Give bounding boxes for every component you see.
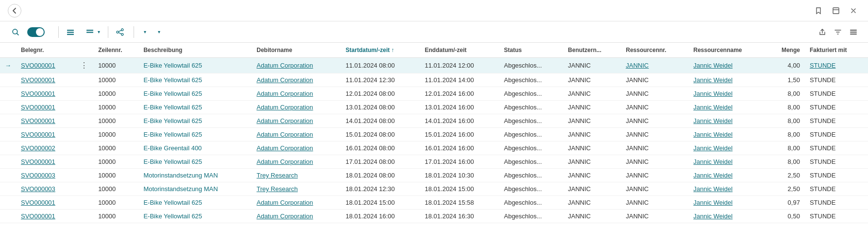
row-belegnr[interactable]: SVO000001 bbox=[16, 101, 75, 114]
row-debitorname[interactable]: Adatum Corporation bbox=[252, 114, 340, 128]
row-debitorname[interactable]: Adatum Corporation bbox=[252, 142, 340, 155]
table-row[interactable]: SVO00000310000Motorinstandsetzung MANTre… bbox=[0, 182, 868, 196]
col-debitorname[interactable]: Debitorname bbox=[252, 43, 340, 58]
row-belegnr[interactable]: SVO000001 bbox=[16, 128, 75, 142]
row-belegnr[interactable]: SVO000001 bbox=[16, 210, 75, 223]
table-row[interactable]: SVO00000310000Motorinstandsetzung MANTre… bbox=[0, 169, 868, 182]
table-row[interactable]: SVO00000210000E-Bike Greentail 400Adatum… bbox=[0, 142, 868, 155]
row-debitorname[interactable]: Adatum Corporation bbox=[252, 101, 340, 114]
row-ressourcenr[interactable]: JANNIC bbox=[621, 155, 689, 169]
col-beschreibung[interactable]: Beschreibung bbox=[138, 43, 252, 58]
row-belegnr[interactable]: SVO000001 bbox=[16, 196, 75, 210]
row-context-menu[interactable] bbox=[75, 155, 93, 169]
row-debitorname[interactable]: Adatum Corporation bbox=[252, 73, 340, 87]
share-button[interactable] bbox=[112, 26, 130, 38]
row-ressourcename[interactable]: Jannic Weidel bbox=[689, 169, 767, 182]
row-fakturiert[interactable]: STUNDE bbox=[805, 128, 868, 142]
search-button[interactable] bbox=[8, 26, 25, 38]
row-fakturiert[interactable]: STUNDE bbox=[805, 210, 868, 223]
row-fakturiert[interactable]: STUNDE bbox=[805, 114, 868, 128]
row-context-menu[interactable]: ⋮ bbox=[75, 58, 93, 73]
table-row[interactable]: SVO00000110000E-Bike Yellowtail 625Adatu… bbox=[0, 101, 868, 114]
row-fakturiert[interactable]: STUNDE bbox=[805, 58, 868, 73]
table-row[interactable]: SVO00000110000E-Bike Yellowtail 625Adatu… bbox=[0, 210, 868, 223]
actions-button[interactable]: ▾ bbox=[138, 27, 150, 36]
row-ressourcenr[interactable]: JANNIC bbox=[621, 73, 689, 87]
row-ressourcenr[interactable]: JANNIC bbox=[621, 182, 689, 196]
col-ressourcename[interactable]: Ressourcenname bbox=[689, 43, 767, 58]
row-belegnr[interactable]: SVO000003 bbox=[16, 169, 75, 182]
row-debitorname[interactable]: Trey Research bbox=[252, 169, 340, 182]
row-debitorname[interactable]: Adatum Corporation bbox=[252, 155, 340, 169]
close-icon[interactable] bbox=[847, 4, 860, 18]
col-fakturiert[interactable]: Fakturiert mit bbox=[805, 43, 868, 58]
row-ressourcenr[interactable]: JANNIC bbox=[621, 142, 689, 155]
row-debitorname[interactable]: Trey Research bbox=[252, 182, 340, 196]
row-ressourcename[interactable]: Jannic Weidel bbox=[689, 182, 767, 196]
row-ressourcename[interactable]: Jannic Weidel bbox=[689, 155, 767, 169]
row-debitorname[interactable]: Adatum Corporation bbox=[252, 87, 340, 101]
row-context-menu[interactable] bbox=[75, 128, 93, 142]
row-ressourcename[interactable]: Jannic Weidel bbox=[689, 210, 767, 223]
row-ressourcenr[interactable]: JANNIC bbox=[621, 196, 689, 210]
table-row[interactable]: SVO00000110000E-Bike Yellowtail 625Adatu… bbox=[0, 73, 868, 87]
col-menge[interactable]: Menge bbox=[767, 43, 805, 58]
row-debitorname[interactable]: Adatum Corporation bbox=[252, 210, 340, 223]
row-fakturiert[interactable]: STUNDE bbox=[805, 142, 868, 155]
row-ressourcenr[interactable]: JANNIC bbox=[621, 169, 689, 182]
row-ressourcenr[interactable]: JANNIC bbox=[621, 101, 689, 114]
row-ressourcename[interactable]: Jannic Weidel bbox=[689, 58, 767, 73]
row-context-menu[interactable] bbox=[75, 210, 93, 223]
row-debitorname[interactable]: Adatum Corporation bbox=[252, 128, 340, 142]
row-fakturiert[interactable]: STUNDE bbox=[805, 155, 868, 169]
row-ressourcename[interactable]: Jannic Weidel bbox=[689, 128, 767, 142]
row-context-menu[interactable] bbox=[75, 87, 93, 101]
row-context-menu[interactable] bbox=[75, 196, 93, 210]
row-fakturiert[interactable]: STUNDE bbox=[805, 87, 868, 101]
col-status[interactable]: Status bbox=[499, 43, 563, 58]
row-context-menu[interactable] bbox=[75, 73, 93, 87]
row-context-menu[interactable] bbox=[75, 142, 93, 155]
back-button[interactable] bbox=[8, 4, 21, 18]
automate-button[interactable]: ▾ bbox=[152, 27, 164, 36]
col-startdatum[interactable]: Startdatum/-zeit ↑ bbox=[341, 43, 420, 58]
row-ressourcename[interactable]: Jannic Weidel bbox=[689, 142, 767, 155]
col-ressourcenr[interactable]: Ressourcennr. bbox=[621, 43, 689, 58]
edit-list-button[interactable] bbox=[63, 26, 80, 38]
table-row[interactable]: SVO00000110000E-Bike Yellowtail 625Adatu… bbox=[0, 196, 868, 210]
share-icon[interactable] bbox=[816, 25, 829, 39]
row-ressourcenr[interactable]: JANNIC bbox=[621, 58, 689, 73]
columns-icon[interactable] bbox=[847, 25, 860, 39]
row-ressourcename[interactable]: Jannic Weidel bbox=[689, 73, 767, 87]
filter-icon[interactable] bbox=[831, 25, 845, 39]
row-fakturiert[interactable]: STUNDE bbox=[805, 196, 868, 210]
row-debitorname[interactable]: Adatum Corporation bbox=[252, 58, 340, 73]
less-options-button[interactable] bbox=[166, 30, 174, 34]
row-fakturiert[interactable]: STUNDE bbox=[805, 169, 868, 182]
row-fakturiert[interactable]: STUNDE bbox=[805, 73, 868, 87]
row-context-menu[interactable] bbox=[75, 114, 93, 128]
row-ressourcenr[interactable]: JANNIC bbox=[621, 210, 689, 223]
row-fakturiert[interactable]: STUNDE bbox=[805, 182, 868, 196]
resize-icon[interactable] bbox=[829, 4, 843, 18]
row-belegnr[interactable]: SVO000001 bbox=[16, 58, 75, 73]
row-context-menu[interactable] bbox=[75, 169, 93, 182]
row-context-menu[interactable] bbox=[75, 101, 93, 114]
change-line-button[interactable]: ▾ bbox=[82, 26, 104, 38]
table-row[interactable]: →SVO000001⋮10000E-Bike Yellowtail 625Ada… bbox=[0, 58, 868, 73]
bookmark-icon[interactable] bbox=[812, 4, 825, 18]
analyze-button[interactable] bbox=[47, 30, 54, 34]
row-fakturiert[interactable]: STUNDE bbox=[805, 101, 868, 114]
col-zeilennr[interactable]: Zeilennr. bbox=[93, 43, 138, 58]
row-belegnr[interactable]: SVO000001 bbox=[16, 87, 75, 101]
row-ressourcename[interactable]: Jannic Weidel bbox=[689, 87, 767, 101]
table-row[interactable]: SVO00000110000E-Bike Yellowtail 625Adatu… bbox=[0, 155, 868, 169]
row-ressourcenr[interactable]: JANNIC bbox=[621, 114, 689, 128]
row-context-menu[interactable] bbox=[75, 182, 93, 196]
table-row[interactable]: SVO00000110000E-Bike Yellowtail 625Adatu… bbox=[0, 114, 868, 128]
row-belegnr[interactable]: SVO000003 bbox=[16, 182, 75, 196]
row-belegnr[interactable]: SVO000001 bbox=[16, 73, 75, 87]
table-row[interactable]: SVO00000110000E-Bike Yellowtail 625Adatu… bbox=[0, 87, 868, 101]
table-row[interactable]: SVO00000110000E-Bike Yellowtail 625Adatu… bbox=[0, 128, 868, 142]
row-ressourcenr[interactable]: JANNIC bbox=[621, 128, 689, 142]
